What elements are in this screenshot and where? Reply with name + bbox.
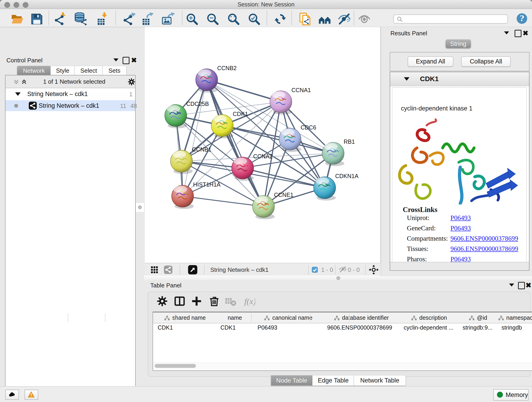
svg-text:CDK1: CDK1 — [233, 111, 248, 117]
tree-expand-icon[interactable] — [15, 92, 21, 96]
import-network-database-icon[interactable] — [74, 12, 87, 26]
hidden-eye-icon — [338, 266, 347, 274]
column-header-namespac[interactable]: namespac — [497, 313, 532, 323]
expand-all-button[interactable]: Expand All — [408, 56, 453, 67]
table-scrollbar[interactable] — [153, 363, 532, 369]
crosslink-value-link[interactable]: P06493 — [450, 214, 471, 222]
open-session-icon[interactable] — [10, 12, 24, 26]
results-panel-title: Results Panel — [390, 30, 427, 37]
export-network-icon[interactable] — [123, 12, 136, 26]
tab-string[interactable]: String — [446, 39, 471, 48]
column-header-database-identifier[interactable]: database identifier — [323, 313, 399, 323]
split-columns-icon[interactable] — [174, 295, 186, 307]
show-all-icon[interactable] — [358, 12, 371, 26]
zoom-fit-icon[interactable] — [227, 12, 240, 26]
export-table-icon[interactable] — [140, 12, 153, 26]
left-splitter-handle[interactable] — [136, 203, 144, 212]
hide-selected-icon[interactable] — [338, 12, 351, 26]
hidden-count: 0 - 0 — [348, 266, 360, 274]
memory-button[interactable]: Memory — [493, 389, 529, 401]
tab-node-table[interactable]: Node Table — [271, 375, 313, 386]
tab-select[interactable]: Select — [75, 66, 103, 75]
refresh-icon[interactable] — [273, 12, 287, 26]
collapse-all-icon[interactable] — [21, 79, 27, 85]
move-network-icon[interactable] — [368, 264, 379, 275]
window-title: Session: New Session — [0, 1, 532, 8]
help-button[interactable]: ? — [517, 13, 527, 24]
gear-icon[interactable] — [156, 295, 168, 307]
float-table-icon[interactable] — [518, 282, 525, 289]
cell-name[interactable]: CDK1 — [220, 324, 253, 331]
column-header-name[interactable]: name — [216, 313, 253, 323]
save-session-icon[interactable] — [30, 12, 43, 26]
scrollbar-thumb[interactable] — [155, 364, 196, 368]
float-panel-icon[interactable] — [123, 57, 129, 64]
column-header--id[interactable]: @id — [458, 313, 497, 323]
close-table-icon[interactable]: ✖ — [526, 282, 531, 288]
selected-checkbox[interactable] — [312, 267, 318, 273]
tab-edge-table[interactable]: Edge Table — [312, 375, 354, 386]
cell-shared-name[interactable]: CDK1 — [158, 324, 216, 331]
add-column-icon[interactable] — [191, 295, 203, 307]
import-table-file-icon[interactable] — [95, 12, 109, 26]
network-view-icon[interactable] — [164, 265, 173, 274]
protein-structure-image — [394, 117, 523, 204]
cell-description[interactable]: cyclin-dependent ... — [404, 324, 458, 331]
node-table[interactable]: shared namenamecanonical namedatabase id… — [152, 312, 532, 371]
collapse-table-icon[interactable] — [509, 283, 514, 287]
crosslink-row: Compartments: 9606.ENSP00000378699 — [407, 235, 521, 242]
table-panel: Table Panel ✖ f(x) shared namenamecanoni… — [144, 280, 532, 386]
close-panel-icon[interactable]: ✖ — [131, 57, 137, 63]
grid-view-icon[interactable] — [150, 266, 158, 274]
column-header-canonical-name[interactable]: canonical name — [253, 313, 323, 323]
crosslink-value-link[interactable]: 9606.ENSP00000378699 — [450, 235, 518, 242]
float-results-icon[interactable] — [515, 30, 521, 37]
export-image-icon[interactable] — [162, 12, 175, 26]
zoom-out-icon[interactable] — [206, 12, 219, 26]
first-neighbors-icon[interactable] — [318, 12, 331, 26]
section-expand-icon[interactable] — [404, 77, 409, 81]
column-header-description[interactable]: description — [399, 313, 458, 323]
collapse-all-button[interactable]: Collapse All — [461, 56, 511, 67]
cell--id[interactable]: stringdb:9... — [462, 324, 497, 331]
crosslinks-title: CrossLinks — [403, 206, 437, 214]
delete-column-icon[interactable] — [208, 295, 220, 307]
column-header-shared-name[interactable]: shared name — [153, 313, 216, 323]
cell-canonical-name[interactable]: P06493 — [258, 324, 323, 331]
toolbar-separator — [49, 11, 49, 25]
collapse-panel-icon[interactable] — [114, 58, 119, 61]
zoom-in-icon[interactable] — [185, 12, 199, 26]
protein-section-header[interactable]: CDK1 — [390, 72, 529, 86]
tab-style[interactable]: Style — [51, 66, 75, 75]
crosslink-value-link[interactable]: P06493 — [450, 224, 471, 232]
warning-button[interactable] — [25, 390, 38, 400]
search-input[interactable] — [393, 14, 508, 24]
open-in-window-icon[interactable] — [188, 265, 198, 275]
tab-network[interactable]: Network — [17, 66, 51, 75]
expand-all-icon[interactable] — [13, 79, 20, 85]
crosslink-row: GeneCard: P06493 — [407, 224, 521, 232]
network-node-CCNB2: CCNB2 — [196, 65, 237, 93]
collection-count: 1 — [129, 91, 133, 98]
tab-sets[interactable]: Sets — [102, 66, 127, 75]
cell-namespac[interactable]: stringdb — [501, 324, 532, 331]
cloud-button[interactable] — [5, 390, 19, 400]
tab-network-table[interactable]: Network Table — [354, 375, 406, 386]
network-node-HIST1H1A: HIST1H1A — [172, 181, 221, 209]
cell-database-identifier[interactable]: 9606.ENSP00000378699 — [327, 324, 399, 331]
results-panel: Results Panel ✖ String Expand All Collap… — [381, 27, 532, 276]
network-collection-row[interactable]: String Network – cdk1 1 — [6, 88, 135, 100]
collapse-results-icon[interactable] — [504, 32, 509, 34]
gear-icon[interactable] — [127, 78, 136, 86]
copy-network-icon[interactable] — [298, 12, 312, 26]
crosslink-row: Tissues: 9606.ENSP00000378699 — [407, 245, 521, 253]
delete-table-icon — [224, 295, 236, 307]
import-network-file-icon[interactable] — [54, 12, 67, 26]
network-view[interactable]: CCNB2 CCNA1 CDC25B — [145, 27, 381, 263]
crosslink-label: Uniprot: — [407, 214, 429, 221]
zoom-selected-icon[interactable] — [247, 12, 261, 26]
close-results-icon[interactable]: ✖ — [523, 30, 528, 36]
svg-text:CDC25B: CDC25B — [186, 101, 209, 107]
crosslink-value-link[interactable]: 9606.ENSP00000378699 — [450, 245, 518, 253]
network-row-selected[interactable]: String Network – cdk1 11 48 — [6, 100, 135, 111]
